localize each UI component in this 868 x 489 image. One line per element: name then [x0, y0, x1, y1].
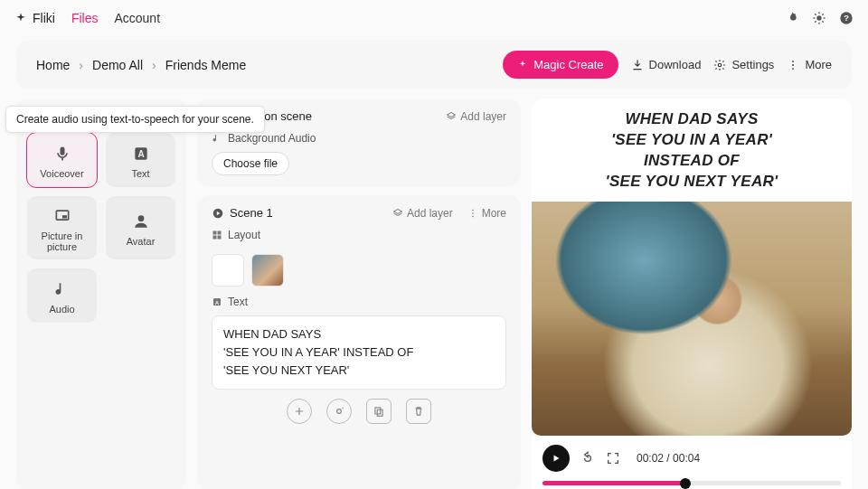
magic-create-label: Magic Create	[533, 58, 603, 71]
replay-icon	[580, 451, 595, 465]
svg-text:A: A	[215, 300, 219, 306]
layout-thumbs	[212, 254, 506, 287]
seek-bar[interactable]	[542, 481, 841, 485]
pip-icon	[53, 207, 71, 225]
text-icon: A	[212, 296, 222, 307]
scene-column: Common scene Add layer Background Audio …	[197, 99, 521, 489]
nav-icons: ?	[785, 11, 854, 25]
preview-video-frame[interactable]	[532, 202, 852, 436]
svg-point-0	[816, 15, 821, 20]
layout-row: Layout	[212, 229, 506, 241]
download-icon	[631, 59, 644, 71]
svg-rect-15	[60, 147, 64, 155]
svg-rect-29	[218, 236, 222, 240]
brand[interactable]: Fliki	[14, 11, 55, 25]
layers-icon	[392, 208, 403, 219]
svg-line-5	[815, 14, 816, 14]
preview-column: WHEN DAD SAYS 'SEE YOU IN A YEAR' INSTEA…	[532, 99, 852, 489]
seek-knob[interactable]	[680, 478, 691, 489]
bg-audio-row: Background Audio	[212, 132, 506, 145]
scene-more[interactable]: More	[467, 207, 506, 220]
layout-label: Layout	[228, 229, 260, 241]
replay-button[interactable]	[580, 451, 595, 465]
play-button[interactable]	[542, 445, 570, 472]
scene-text-input[interactable]: WHEN DAD SAYS 'SEE YOU IN A YEAR' INSTEA…	[212, 315, 506, 390]
delete-button[interactable]	[406, 399, 431, 424]
player-time: 00:02 / 00:04	[637, 452, 700, 465]
tool-text[interactable]: A Text	[106, 133, 175, 187]
download-button[interactable]: Download	[631, 58, 702, 71]
settings-button[interactable]: Settings	[713, 58, 774, 71]
brand-icon	[14, 12, 27, 24]
nav-account[interactable]: Account	[114, 11, 160, 25]
nav-links: Files Account	[71, 11, 160, 25]
music-note-icon	[53, 280, 71, 298]
svg-point-11	[719, 63, 722, 67]
layout-thumb-image[interactable]	[251, 254, 284, 287]
svg-rect-27	[218, 231, 222, 235]
layout-thumb-blank[interactable]	[212, 254, 244, 287]
scene-tools	[212, 399, 506, 424]
svg-line-8	[822, 14, 823, 14]
duplicate-button[interactable]	[366, 399, 392, 424]
tool-avatar[interactable]: Avatar	[106, 196, 175, 259]
scene-1-card: Scene 1 Add layer More Layout	[197, 195, 521, 489]
play-icon	[551, 453, 561, 464]
nav-files[interactable]: Files	[71, 11, 99, 25]
main: Create audio using text-to-speech for yo…	[0, 99, 868, 489]
breadcrumb: Home › Demo All › Friends Meme	[36, 58, 246, 72]
svg-line-7	[815, 21, 816, 22]
common-add-layer[interactable]: Add layer	[446, 110, 506, 123]
voiceover-tooltip: Create audio using text-to-speech for yo…	[5, 106, 265, 133]
seek-fill	[542, 481, 685, 485]
scene-add-layer-label: Add layer	[407, 207, 453, 220]
chevron-right-icon: ›	[152, 58, 156, 72]
tool-voiceover[interactable]: Voiceover	[27, 133, 97, 187]
crumb-home[interactable]: Home	[36, 58, 70, 72]
more-button[interactable]: More	[787, 58, 832, 71]
svg-point-14	[792, 68, 794, 70]
music-note-icon	[212, 133, 222, 144]
sparkle-icon	[517, 60, 528, 71]
add-scene-button[interactable]	[287, 399, 312, 424]
text-row: A Text	[212, 296, 506, 308]
plus-icon	[293, 405, 306, 418]
svg-text:?: ?	[844, 14, 849, 23]
layout-icon	[212, 230, 222, 240]
fire-icon[interactable]	[785, 11, 799, 25]
top-nav: Fliki Files Account ?	[0, 0, 868, 36]
tool-audio[interactable]: Audio	[27, 268, 97, 323]
svg-point-13	[792, 64, 794, 66]
breadcrumb-bar: Home › Demo All › Friends Meme Magic Cre…	[16, 40, 852, 89]
more-vertical-icon	[467, 208, 478, 219]
magic-create-button[interactable]: Magic Create	[503, 51, 618, 79]
sparkle-plus-icon	[333, 405, 345, 418]
svg-rect-26	[213, 231, 217, 235]
help-icon[interactable]: ?	[839, 11, 854, 25]
crumb-demo[interactable]: Demo All	[92, 58, 143, 72]
layers-icon	[446, 111, 457, 122]
avatar-icon	[132, 212, 150, 230]
common-add-layer-label: Add layer	[460, 110, 506, 123]
copy-icon	[373, 405, 385, 418]
settings-label: Settings	[731, 58, 774, 71]
scene-more-label: More	[482, 207, 506, 220]
svg-line-6	[822, 21, 823, 22]
svg-point-25	[472, 215, 474, 217]
fullscreen-button[interactable]	[606, 451, 620, 465]
tool-pip[interactable]: Picture in picture	[27, 196, 97, 259]
tool-voiceover-label: Voiceover	[40, 168, 83, 179]
more-label: More	[805, 58, 832, 71]
regenerate-button[interactable]	[326, 399, 352, 424]
gear-icon	[713, 59, 726, 71]
choose-file-button[interactable]: Choose file	[212, 152, 289, 175]
bg-audio-label: Background Audio	[228, 132, 316, 145]
play-circle-icon[interactable]	[212, 207, 224, 220]
chevron-right-icon: ›	[79, 58, 83, 72]
microphone-icon	[53, 145, 71, 163]
scene-add-layer[interactable]: Add layer	[392, 207, 453, 220]
tool-text-label: Text	[131, 168, 149, 179]
tool-avatar-label: Avatar	[127, 236, 156, 247]
theme-icon[interactable]	[812, 11, 826, 25]
svg-rect-19	[62, 215, 67, 218]
